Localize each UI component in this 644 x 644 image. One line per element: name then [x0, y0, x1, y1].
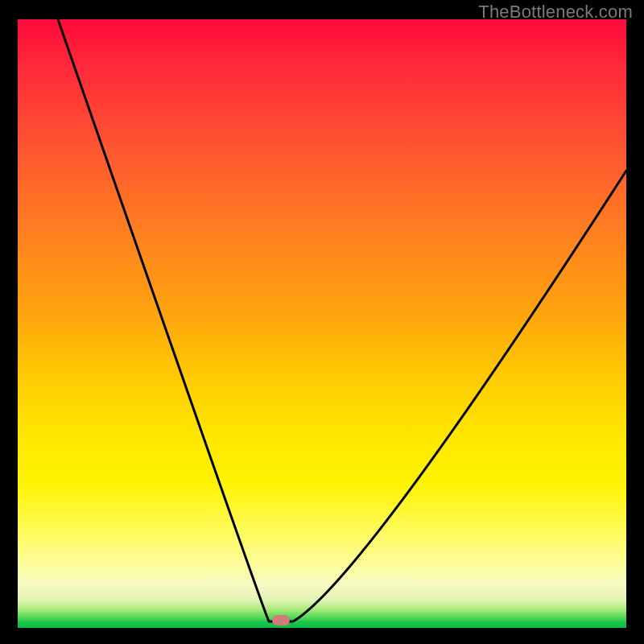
bottleneck-curve: [18, 19, 626, 628]
plot-area: [18, 19, 626, 628]
curve-path: [58, 19, 626, 621]
chart-frame: TheBottleneck.com: [0, 0, 644, 644]
minimum-marker: [272, 615, 290, 625]
